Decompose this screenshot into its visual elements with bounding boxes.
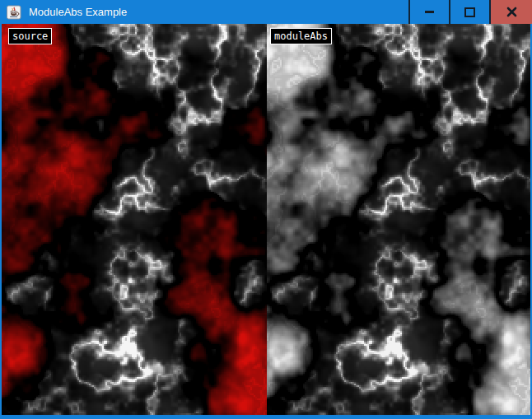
maximize-icon [464, 7, 475, 17]
minimize-button[interactable] [410, 0, 449, 24]
window-title: ModuleAbs Example [29, 6, 127, 18]
titlebar[interactable]: ModuleAbs Example [0, 0, 532, 24]
app-window: ModuleAbs Example source moduleAbs [0, 0, 532, 419]
minimize-icon [425, 11, 434, 13]
source-label: source [8, 28, 52, 44]
moduleabs-label: moduleAbs [270, 28, 332, 44]
java-coffee-cup-icon[interactable] [7, 5, 21, 20]
maximize-button[interactable] [450, 0, 489, 24]
close-icon [506, 7, 517, 17]
render-area: source moduleAbs [2, 24, 530, 415]
window-controls [408, 0, 532, 24]
close-button[interactable] [491, 0, 532, 24]
moduleabs-image-canvas [267, 24, 530, 415]
source-image-canvas [2, 24, 267, 415]
